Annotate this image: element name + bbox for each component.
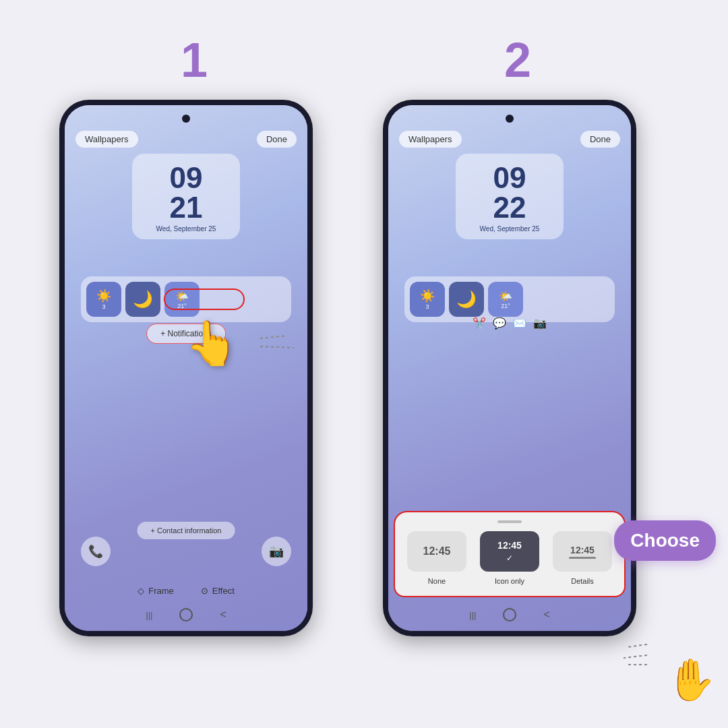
moon-widget-2: 🌙	[449, 282, 484, 317]
wallpapers-btn-1[interactable]: Wallpapers	[75, 131, 138, 148]
status-icon-scissors: ✂️	[473, 317, 486, 330]
frame-icon: ◇	[138, 586, 144, 596]
nav-bar-1: ||| <	[65, 608, 307, 621]
top-bar-2: Wallpapers Done	[399, 131, 620, 148]
nav-back-2[interactable]: <	[543, 609, 549, 621]
sheet-options: 12:45 None 12:45 ✓ Icon only	[403, 531, 616, 585]
widget-row-1: ☀️ 3 🌙 🌤️ 21°	[81, 276, 291, 322]
option-none-preview: 12:45	[407, 531, 466, 572]
wallpapers-btn-2[interactable]: Wallpapers	[399, 131, 462, 148]
clock-hour-2: 09	[475, 163, 545, 193]
camera-notch-1	[182, 115, 190, 123]
bottom-btns-1: ◇ Frame ⊙ Effect	[65, 586, 307, 596]
step1-number: 1	[181, 32, 208, 88]
tap-cursor-2: 🤚	[665, 656, 716, 704]
nav-home-1[interactable]	[179, 608, 193, 621]
top-bar-1: Wallpapers Done	[75, 131, 297, 148]
option-icon-only-preview: 12:45 ✓	[480, 531, 539, 572]
clock-widget-2: 09 22 Wed, September 25	[456, 154, 564, 239]
clock-date-1: Wed, September 25	[151, 225, 221, 233]
nav-home-2[interactable]	[503, 608, 516, 621]
sheet-handle	[497, 520, 522, 523]
effect-btn[interactable]: ⊙ Effect	[201, 586, 235, 596]
frame-label: Frame	[148, 586, 174, 596]
svg-line-2	[627, 644, 647, 647]
phone1-screen: Wallpapers Done 09 21 Wed, September 25 …	[65, 105, 307, 631]
choose-bubble: Choose	[614, 520, 716, 561]
svg-line-0	[260, 336, 287, 338]
effect-icon: ⊙	[201, 586, 208, 596]
status-icons-row: ✂️ 💬 ✉️ 📷	[473, 317, 547, 330]
status-icon-camera: 📷	[533, 317, 547, 330]
cloud-widget-2: 🌤️ 21°	[488, 282, 523, 317]
phone1-frame: Wallpapers Done 09 21 Wed, September 25 …	[59, 100, 313, 636]
phone2-screen: Wallpapers Done 09 22 Wed, September 25 …	[388, 105, 631, 631]
tap-cursor-1: 👆	[185, 318, 239, 369]
clock-widget-1: 09 21 Wed, September 25	[132, 154, 240, 239]
status-icon-chat: 💬	[493, 317, 506, 330]
svg-line-1	[260, 346, 294, 348]
clock-min-1: 21	[151, 193, 221, 222]
nav-recent-2[interactable]: |||	[469, 610, 476, 620]
svg-line-3	[624, 655, 647, 658]
clock-hour-1: 09	[151, 163, 221, 193]
step2-number: 2	[504, 32, 531, 88]
bottom-sheet: 12:45 None 12:45 ✓ Icon only	[394, 511, 626, 597]
done-btn-2[interactable]: Done	[580, 131, 620, 148]
nav-bar-2: ||| <	[388, 608, 631, 621]
widget-row-2: ☀️ 3 🌙 🌤️ 21°	[404, 276, 615, 322]
effect-label: Effect	[212, 586, 235, 596]
clock-date-2: Wed, September 25	[475, 225, 545, 233]
nav-back-1[interactable]: <	[220, 609, 226, 621]
option-details[interactable]: 12:45 Details	[549, 531, 616, 585]
spark-lines-2	[620, 640, 654, 667]
phone2-frame: Wallpapers Done 09 22 Wed, September 25 …	[383, 100, 636, 636]
camera-qa-btn[interactable]: 📷	[262, 537, 291, 566]
clock-min-2: 22	[475, 193, 545, 222]
option-none-label: None	[428, 577, 446, 585]
nav-recent-1[interactable]: |||	[146, 610, 152, 620]
moon-widget-1: 🌙	[125, 282, 160, 317]
option-icon-only-label: Icon only	[495, 577, 524, 585]
weather-num-1: 3	[102, 303, 105, 310]
camera-notch-2	[506, 115, 514, 123]
weather-widget-2: ☀️ 3	[410, 282, 445, 317]
phone-qa-btn[interactable]: 📞	[81, 537, 111, 566]
done-btn-1[interactable]: Done	[257, 131, 297, 148]
option-details-label: Details	[571, 577, 594, 585]
frame-btn[interactable]: ◇ Frame	[138, 586, 174, 596]
quick-actions-1: 📞 📷	[81, 537, 291, 566]
option-none[interactable]: 12:45 None	[403, 531, 471, 585]
weather-widget-1: ☀️ 3	[86, 282, 121, 317]
option-icon-only[interactable]: 12:45 ✓ Icon only	[476, 531, 543, 585]
option-details-preview: 12:45	[553, 531, 612, 572]
status-icon-mail: ✉️	[513, 317, 526, 330]
